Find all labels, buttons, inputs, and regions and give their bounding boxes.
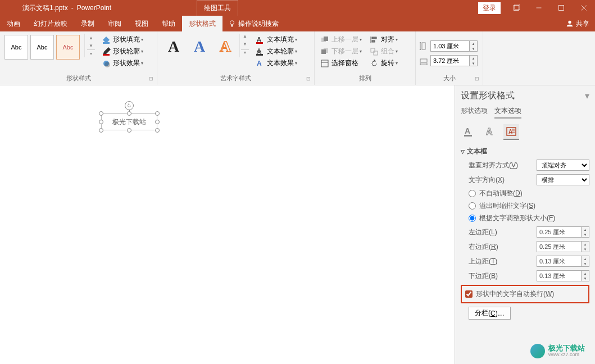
subtab-text-fill[interactable]: A — [461, 124, 476, 140]
panel-menu-icon[interactable]: ▾ — [585, 90, 589, 101]
text-fill-button[interactable]: A 文本填充▾ — [253, 34, 299, 46]
tab-animation[interactable]: 动画 — [0, 16, 27, 31]
shape-style-3[interactable]: Abc — [56, 35, 80, 60]
dialog-launcher-icon[interactable]: ⊡ — [149, 76, 153, 81]
radio-no-autofit[interactable]: 不自动调整(D) — [469, 189, 589, 198]
tab-slideshow[interactable]: 幻灯片放映 — [27, 16, 74, 31]
input-right-margin[interactable]: 0.25 厘米 — [537, 241, 582, 252]
label-left-margin: 左边距(L) — [469, 228, 537, 237]
spinner[interactable]: ▲▼ — [582, 256, 589, 267]
svg-point-13 — [105, 62, 110, 67]
resize-handle-nw[interactable] — [99, 111, 103, 116]
height-spinner[interactable]: ▲▼ — [470, 40, 478, 52]
tab-review[interactable]: 审阅 — [101, 16, 128, 31]
group-size: 1.03 厘米 ▲▼ 3.72 厘米 ▲▼ 大小 ⊡ — [416, 31, 483, 85]
tab-shape-format[interactable]: 形状格式 — [182, 16, 222, 31]
shape-style-1[interactable]: Abc — [4, 35, 28, 60]
align-button[interactable]: 对齐▾ — [367, 34, 400, 46]
wordart-style-3[interactable]: A — [212, 34, 238, 60]
ribbon-display-button[interactable] — [505, 0, 528, 16]
gallery-up[interactable]: ▲ — [241, 34, 249, 42]
input-bottom-margin[interactable]: 0.13 厘米 — [537, 270, 582, 281]
svg-rect-20 — [324, 37, 328, 41]
selection-pane-button[interactable]: 选择窗格 — [318, 57, 364, 69]
input-left-margin[interactable]: 0.25 厘米 — [537, 226, 582, 238]
pen-icon — [102, 47, 111, 56]
gallery-down[interactable]: ▼ — [241, 42, 249, 49]
checkbox-wrap-text[interactable]: 形状中的文字自动换行(W) — [465, 289, 585, 299]
group-wordart-styles: A A A ▲ ▼ ▾ A 文本填充▾ A 文本轮廓▾ A — [157, 31, 315, 85]
maximize-button[interactable] — [550, 0, 573, 16]
gallery-down[interactable]: ▼ — [87, 42, 95, 49]
bring-forward-button[interactable]: 上移一层▾ — [318, 34, 364, 46]
svg-rect-30 — [422, 43, 425, 49]
close-button[interactable] — [573, 0, 595, 16]
tell-me-search[interactable]: 操作说明搜索 — [222, 19, 284, 29]
subtab-text-effects[interactable]: A — [482, 124, 498, 140]
shape-fill-button[interactable]: 形状填充▾ — [99, 34, 146, 46]
tab-shape-options[interactable]: 形状选项 — [461, 106, 488, 119]
select-valign[interactable]: 顶端对齐 — [537, 160, 589, 171]
resize-handle-ne[interactable] — [155, 111, 160, 116]
login-button[interactable]: 登录 — [478, 2, 501, 14]
dialog-launcher-icon[interactable]: ⊡ — [306, 76, 311, 81]
spinner[interactable]: ▲▼ — [582, 226, 589, 238]
tab-view[interactable]: 视图 — [128, 16, 155, 31]
resize-handle-e[interactable] — [155, 120, 160, 124]
input-top-margin[interactable]: 0.13 厘米 — [537, 256, 582, 267]
resize-handle-se[interactable] — [155, 128, 160, 133]
share-button[interactable]: 共享 — [560, 19, 595, 29]
shape-effects-button[interactable]: 形状效果▾ — [99, 57, 146, 69]
send-backward-button[interactable]: 下移一层▾ — [318, 46, 364, 57]
group-label-shape-styles: 形状样式 ⊡ — [3, 73, 153, 84]
select-textdir[interactable]: 横排 — [537, 174, 589, 185]
group-arrange: 上移一层▾ 下移一层▾ 选择窗格 对齐▾ 组合▾ — [315, 31, 416, 85]
resize-handle-sw[interactable] — [99, 128, 103, 133]
width-spinner[interactable]: ▲▼ — [470, 55, 478, 66]
svg-point-9 — [568, 21, 571, 24]
send-backward-icon — [320, 47, 329, 56]
align-icon — [370, 35, 379, 44]
tab-text-options[interactable]: 文本选项 — [494, 106, 521, 119]
tab-record[interactable]: 录制 — [74, 16, 101, 31]
tab-help[interactable]: 帮助 — [155, 16, 182, 31]
filename: 演示文稿1.pptx — [22, 3, 68, 13]
svg-rect-29 — [374, 51, 378, 55]
radio-shrink[interactable]: 溢出时缩排文字(S) — [469, 201, 589, 211]
section-textbox[interactable]: ▽ 文本框 — [461, 147, 589, 156]
resize-handle-w[interactable] — [99, 120, 103, 124]
wordart-style-1[interactable]: A — [161, 34, 187, 60]
gallery-more[interactable]: ▾ — [87, 49, 95, 57]
wordart-style-2[interactable]: A — [187, 34, 212, 60]
rotate-button[interactable]: 旋转▾ — [367, 57, 400, 69]
rotate-icon — [370, 59, 379, 68]
minimize-button[interactable] — [528, 0, 550, 16]
resize-handle-n[interactable] — [127, 111, 131, 116]
bucket-icon — [102, 35, 111, 44]
text-outline-button[interactable]: A 文本轮廓▾ — [253, 46, 299, 57]
highlight-wrap-option: 形状中的文字自动换行(W) — [461, 285, 589, 303]
text-effects-button[interactable]: A 文本效果▾ — [253, 57, 299, 69]
spinner[interactable]: ▲▼ — [582, 270, 589, 281]
svg-text:A: A — [257, 48, 261, 54]
shape-outline-button[interactable]: 形状轮廓▾ — [99, 46, 146, 57]
height-input[interactable]: 1.03 厘米 — [430, 40, 470, 52]
width-input[interactable]: 3.72 厘米 — [430, 55, 470, 66]
radio-resize[interactable]: 根据文字调整形状大小(F) — [469, 213, 589, 223]
dialog-launcher-icon[interactable]: ⊡ — [475, 76, 479, 81]
subtab-textbox[interactable]: A — [503, 124, 519, 140]
rotation-handle[interactable] — [125, 101, 134, 110]
resize-handle-s[interactable] — [127, 128, 131, 133]
columns-button[interactable]: 分栏(C)… — [469, 307, 511, 320]
svg-text:A: A — [257, 36, 261, 43]
selected-shape[interactable]: 极光下载站 — [101, 113, 157, 130]
shape-style-2[interactable]: Abc — [30, 35, 54, 60]
canvas[interactable]: 极光下载站 — [0, 85, 455, 364]
gallery-more[interactable]: ▾ — [241, 49, 249, 57]
group-label-size: 大小 ⊡ — [419, 73, 479, 84]
panel-tabs: 形状选项 文本选项 — [461, 106, 589, 119]
spinner[interactable]: ▲▼ — [582, 241, 589, 252]
gallery-up[interactable]: ▲ — [87, 34, 95, 42]
effects-icon — [102, 59, 111, 68]
group-button[interactable]: 组合▾ — [367, 46, 400, 57]
